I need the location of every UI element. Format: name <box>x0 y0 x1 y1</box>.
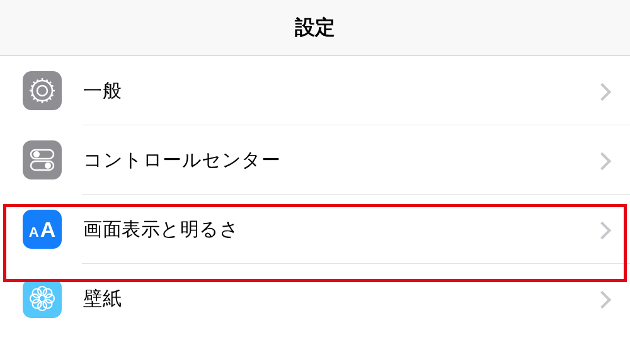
svg-point-0 <box>37 86 47 96</box>
wallpaper-icon <box>23 279 62 318</box>
svg-line-10 <box>47 80 48 82</box>
display-brightness-icon: AA <box>23 210 62 249</box>
settings-label-general: 一般 <box>83 78 596 104</box>
svg-point-27 <box>33 289 42 298</box>
svg-point-26 <box>45 294 54 303</box>
settings-row-display-brightness[interactable]: AA 画面表示と明るさ <box>0 195 630 264</box>
svg-point-23 <box>38 287 47 295</box>
svg-line-7 <box>49 98 51 100</box>
svg-line-13 <box>37 100 38 101</box>
settings-row-general[interactable]: 一般 <box>0 56 630 125</box>
svg-line-17 <box>51 86 53 87</box>
svg-point-28 <box>43 289 52 298</box>
svg-line-6 <box>33 82 35 84</box>
settings-row-wallpaper[interactable]: 壁紙 <box>0 264 630 333</box>
gear-icon <box>23 71 62 110</box>
settings-label-control-center: コントロールセンター <box>83 147 596 173</box>
settings-list: 一般 コントロールセンター AA 画面表示と明るさ <box>0 56 630 333</box>
chevron-right-icon <box>596 220 606 238</box>
svg-point-30 <box>43 300 52 309</box>
aa-large-letter: A <box>40 217 56 242</box>
svg-point-19 <box>33 151 40 157</box>
svg-line-11 <box>37 80 38 82</box>
chevron-right-icon <box>596 151 606 169</box>
settings-label-display-brightness: 画面表示と明るさ <box>83 217 596 242</box>
svg-point-25 <box>30 294 39 303</box>
svg-line-15 <box>32 86 33 87</box>
page-title: 設定 <box>0 14 630 42</box>
settings-label-wallpaper: 壁紙 <box>83 286 596 312</box>
svg-point-29 <box>33 300 42 309</box>
svg-line-14 <box>32 95 33 96</box>
svg-line-12 <box>47 100 48 101</box>
svg-point-21 <box>45 162 51 169</box>
aa-small-letter: A <box>29 224 39 241</box>
svg-line-9 <box>49 82 51 84</box>
settings-row-control-center[interactable]: コントロールセンター <box>0 125 630 195</box>
chevron-right-icon <box>596 290 606 307</box>
settings-header: 設定 <box>0 0 630 56</box>
control-center-icon <box>23 140 62 179</box>
svg-line-16 <box>51 95 53 96</box>
svg-point-24 <box>38 302 47 310</box>
svg-point-1 <box>32 81 52 101</box>
svg-line-8 <box>33 98 35 100</box>
chevron-right-icon <box>596 82 606 100</box>
